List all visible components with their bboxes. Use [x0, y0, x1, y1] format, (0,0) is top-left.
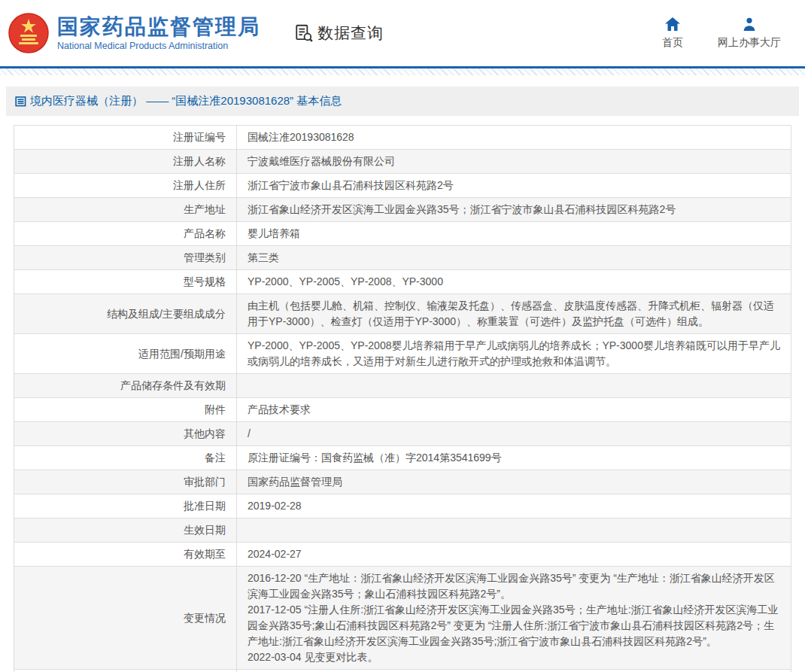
- row-value: 原注册证编号：国食药监械（准）字2014第3541699号: [237, 446, 791, 470]
- row-value: 浙江省象山经济开发区滨海工业园金兴路35号；浙江省宁波市象山县石浦科技园区科苑路…: [237, 198, 791, 221]
- row-label: 变更情况: [14, 567, 237, 669]
- user-icon: [742, 17, 757, 32]
- table-row: 生效日期: [14, 518, 791, 542]
- table-row: 结构及组成/主要组成成分由主机（包括婴儿舱、机箱、控制仪、输液架及托盘）、传感器…: [14, 293, 791, 333]
- national-emblem-logo: [8, 12, 50, 54]
- row-label: 适用范围/预期用途: [14, 334, 237, 373]
- home-icon: [664, 17, 681, 32]
- nav-home-label: 首页: [662, 36, 683, 50]
- row-label: 注册证编号: [14, 126, 237, 149]
- row-label: 生效日期: [14, 518, 237, 542]
- org-name-cn: 国家药品监督管理局: [57, 15, 260, 39]
- row-value: YP-2000、YP-2005、YP-2008婴儿培养箱用于早产儿或病弱儿的培养…: [237, 334, 791, 373]
- row-label: 注册人住所: [14, 174, 237, 197]
- table-row: 注册人住所浙江省宁波市象山县石浦科技园区科苑路2号: [14, 173, 791, 197]
- row-label: 注册人名称: [14, 150, 237, 173]
- row-label: 备注: [14, 446, 237, 470]
- row-value: 国械注准20193081628: [237, 126, 791, 149]
- header-nav: 首页 网上办事大厅: [662, 17, 797, 50]
- table-row: 备注原注册证编号：国食药监械（准）字2014第3541699号: [14, 445, 791, 470]
- row-label: 其他内容: [14, 422, 237, 445]
- table-row: 注册人名称宁波戴维医疗器械股份有限公司: [14, 149, 791, 173]
- nav-service-hall[interactable]: 网上办事大厅: [718, 17, 781, 50]
- row-value: 2019-02-28: [237, 494, 791, 518]
- table-row: 产品名称婴儿培养箱: [14, 221, 791, 245]
- data-query-label: 数据查询: [317, 23, 384, 44]
- row-value: 产品技术要求: [237, 398, 791, 421]
- table-row: 注详情: [14, 669, 791, 672]
- data-query-title: 数据查询: [294, 23, 384, 44]
- page-title: 境内医疗器械（注册） —— “国械注准20193081628” 基本信息: [30, 94, 342, 108]
- row-label: 结构及组成/主要组成成分: [14, 294, 237, 333]
- row-label: 产品名称: [14, 222, 237, 245]
- nav-service-hall-label: 网上办事大厅: [718, 36, 781, 50]
- header-hatch-strip: [0, 68, 805, 75]
- org-name-en: National Medical Products Administration: [57, 41, 260, 51]
- document-list-icon: [15, 96, 26, 107]
- table-row: 批准日期2019-02-28: [14, 494, 791, 518]
- table-row: 产品储存条件及有效期: [14, 373, 791, 397]
- row-value: /: [237, 422, 791, 445]
- row-label: 有效期至: [14, 543, 237, 566]
- row-value: 第三类: [237, 246, 791, 269]
- table-row: 有效期至2024-02-27: [14, 542, 791, 566]
- row-value: 由主机（包括婴儿舱、机箱、控制仪、输液架及托盘）、传感器盒、皮肤温度传感器、升降…: [237, 294, 791, 333]
- row-label: 审批部门: [14, 470, 237, 494]
- row-value: [237, 374, 791, 397]
- row-label: 管理类别: [14, 246, 237, 269]
- row-value: 宁波戴维医疗器械股份有限公司: [237, 150, 791, 173]
- row-label: 型号规格: [14, 270, 237, 293]
- nav-home[interactable]: 首页: [662, 17, 683, 50]
- row-label: 生产地址: [14, 198, 237, 221]
- row-value: 国家药品监督管理局: [237, 470, 791, 494]
- row-label: 产品储存条件及有效期: [14, 374, 237, 397]
- row-value: [237, 518, 791, 542]
- site-header: 国家药品监督管理局 National Medical Products Admi…: [0, 0, 805, 66]
- row-value: 浙江省宁波市象山县石浦科技园区科苑路2号: [237, 174, 791, 197]
- table-row: 附件产品技术要求: [14, 397, 791, 421]
- table-row: 注册证编号国械注准20193081628: [14, 126, 791, 149]
- table-row: 管理类别第三类: [14, 245, 791, 269]
- row-label: 批准日期: [14, 494, 237, 518]
- table-row: 变更情况2016-12-20 “生产地址：浙江省象山经济开发区滨海工业园金兴路3…: [14, 566, 791, 669]
- table-row: 适用范围/预期用途YP-2000、YP-2005、YP-2008婴儿培养箱用于早…: [14, 333, 791, 373]
- org-names: 国家药品监督管理局 National Medical Products Admi…: [57, 15, 260, 51]
- table-row: 型号规格YP-2000、YP-2005、YP-2008、YP-3000: [14, 269, 791, 293]
- table-row: 生产地址浙江省象山经济开发区滨海工业园金兴路35号；浙江省宁波市象山县石浦科技园…: [14, 197, 791, 221]
- info-table: 注册证编号国械注准20193081628注册人名称宁波戴维医疗器械股份有限公司注…: [14, 125, 791, 672]
- row-value: 婴儿培养箱: [237, 222, 791, 245]
- table-row: 审批部门国家药品监督管理局: [14, 470, 791, 494]
- breadcrumb: 境内医疗器械（注册） —— “国械注准20193081628” 基本信息: [6, 87, 799, 116]
- row-value: YP-2000、YP-2005、YP-2008、YP-3000: [237, 270, 791, 293]
- document-search-icon: [294, 23, 314, 43]
- row-value: 2024-02-27: [237, 543, 791, 566]
- row-value: 2016-12-20 “生产地址：浙江省象山经济开发区滨海工业园金兴路35号” …: [237, 567, 791, 669]
- table-row: 其他内容/: [14, 421, 791, 445]
- row-label: 附件: [14, 398, 237, 421]
- logo-group: 国家药品监督管理局 National Medical Products Admi…: [8, 12, 260, 54]
